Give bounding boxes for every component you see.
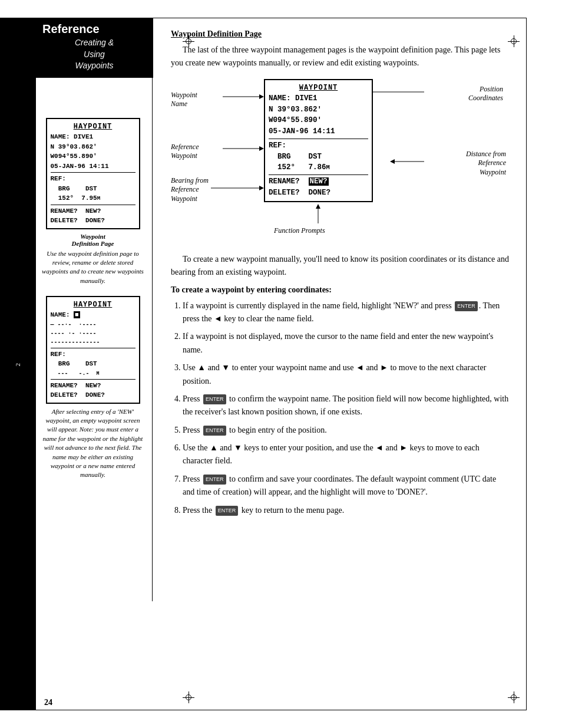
step-5: Press ENTER to begin entry of the positi… [183, 424, 509, 437]
annotation-bearing: Bearing fromReferenceWaypoint [171, 176, 209, 204]
subheading: To create a waypoint by entering coordin… [171, 285, 509, 295]
gps-line-name1: NAME: DIVE1 [51, 132, 135, 142]
gps-main-brgdst: BRG DST [269, 151, 368, 163]
gps-line-empty2: ---- ·- ·---- [51, 329, 135, 338]
gps-line-date: 05-JAN-96 14:11 [51, 162, 135, 172]
annotation-distance: Distance fromReferenceWaypoint [466, 150, 506, 177]
reference-title: Reference [42, 22, 146, 36]
step-3: Use ▲ and ▼ to enter your waypoint name … [183, 361, 509, 388]
enter-button-1: ENTER [455, 301, 478, 311]
annotation-function-prompts: Function Prompts [274, 226, 325, 236]
screen2-caption-body: After selecting entry of a 'NEW' waypoin… [41, 407, 144, 480]
gps-main-coord1: N 39°03.862' [269, 104, 368, 116]
step-8: Press the ENTER key to return to the men… [183, 504, 509, 517]
enter-button-4: ENTER [203, 394, 226, 404]
chapter-sidebar: 2 [0, 18, 35, 710]
gps-line-delete2: DELETE? DONE? [51, 390, 135, 400]
gps-main-delete: DELETE? DONE? [269, 187, 368, 199]
screen1-caption-area: WaypointDefinition Page [41, 233, 144, 247]
section-heading: Waypoint Definition Page [171, 29, 509, 39]
gps-main-name: NAME: DIVE1 [269, 93, 368, 104]
gps-main-rename: RENAME? NEW? [269, 176, 368, 187]
column-divider [152, 71, 153, 601]
enter-button-7: ENTER [203, 475, 226, 484]
gps-screen-1: HAYPOINT NAME: DIVE1 N 39°03.862' W094°5… [46, 118, 140, 229]
svg-marker-1 [259, 94, 264, 99]
gps-line-vals2: --- -.- M [51, 369, 135, 378]
gps-main-date: 05-JAN-96 14:11 [269, 126, 368, 137]
reference-subtitle: Creating & Using Waypoints [42, 37, 146, 72]
annotation-reference-waypoint: ReferenceWaypoint [171, 143, 199, 161]
gps-title-1: HAYPOINT [51, 121, 135, 132]
chapter-number: 2 [14, 362, 21, 367]
gps-line-delete: DELETE? DONE? [51, 216, 135, 226]
page-number: 24 [44, 698, 52, 707]
gps-screen-2: HAYPOINT NAME: ■ — --·- ·---- ---- ·- ·-… [46, 296, 140, 404]
gps-main-ref: REF: [269, 140, 368, 151]
gps-title-2: HAYPOINT [51, 299, 135, 310]
gps-line-brgdst: BRG DST [51, 184, 135, 194]
para2: To create a new waypoint manually, you'l… [171, 253, 509, 279]
step-1: If a waypoint is currently displayed in … [183, 299, 509, 326]
gps-main-screen: WAYPOINT NAME: DIVE1 N 39°03.862' W094°5… [264, 79, 373, 202]
gps-line-vals: 152° 7.95M [51, 193, 135, 203]
gps-line-ref2: REF: [51, 350, 135, 360]
gps-line-coord1: N 39°03.862' [51, 142, 135, 152]
steps-list: If a waypoint is currently displayed in … [183, 299, 509, 517]
enter-button-8: ENTER [216, 506, 239, 515]
gps-line-rename: RENAME? NEW? [51, 206, 135, 216]
gps-line-empty1: — --·- ·---- [51, 320, 135, 329]
step-2: If a waypoint is not displayed, move the… [183, 330, 509, 357]
screen1-caption-bold: WaypointDefinition Page [41, 233, 144, 247]
intro-paragraph: The last of the three waypoint managemen… [171, 44, 509, 70]
main-content: Waypoint Definition Page The last of the… [153, 18, 527, 710]
gps-line-coord2: W094°55.890' [51, 151, 135, 162]
step-7: Press ENTER to confirm and save your coo… [183, 473, 509, 499]
step-4: Press ENTER to confirm the waypoint name… [183, 393, 509, 419]
screen1-caption-body: Use the waypoint definition page to revi… [41, 249, 144, 286]
enter-button-5: ENTER [203, 426, 226, 435]
gps-main-coord2: W094°55.890' [269, 115, 368, 126]
gps-main-title: WAYPOINT [269, 83, 368, 93]
svg-marker-5 [259, 146, 264, 151]
svg-marker-11 [316, 204, 320, 209]
gps-main-vals: 152° 7.86M [269, 162, 368, 173]
gps-line-ref: REF: [51, 174, 135, 184]
gps-diagram-screen: WAYPOINT NAME: DIVE1 N 39°03.862' W094°5… [264, 79, 373, 202]
annotation-position-coords: PositionCoordinates [468, 85, 503, 103]
reference-box: Reference Creating & Using Waypoints [35, 18, 153, 78]
annotation-waypoint-name: WaypointName [171, 91, 197, 109]
gps-line-rename2: RENAME? NEW? [51, 381, 135, 391]
diagram-area: WaypointName PositionCoordinates Referen… [171, 79, 509, 244]
gps-line-name2: NAME: ■ [51, 310, 135, 320]
gps-line-brgdst2: BRG DST [51, 359, 135, 369]
step-6: Use the ▲ and ▼ keys to enter your posit… [183, 442, 509, 468]
svg-marker-7 [390, 159, 395, 164]
svg-marker-9 [259, 186, 264, 190]
gps-line-empty3: -------------- [51, 338, 135, 347]
left-column: HAYPOINT NAME: DIVE1 N 39°03.862' W094°5… [35, 118, 150, 480]
